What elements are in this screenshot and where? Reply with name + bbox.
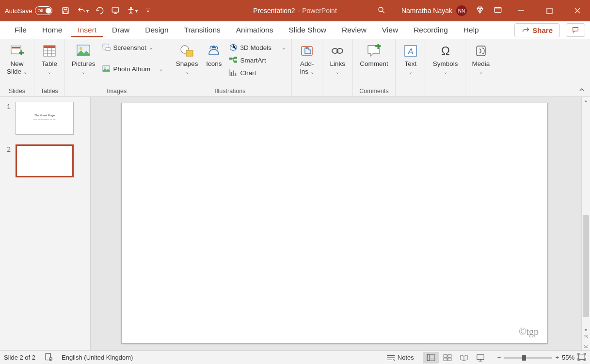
svg-rect-21	[44, 46, 55, 48]
undo-icon[interactable]: ▾	[77, 6, 89, 15]
vertical-scrollbar[interactable]: ▴ ▾	[581, 97, 590, 350]
autosave-label: AutoSave	[5, 7, 32, 15]
zoom-slider[interactable]	[504, 357, 552, 359]
scrollbar-thumb[interactable]	[583, 215, 589, 317]
zoom-level[interactable]: 55%	[562, 354, 574, 361]
slide-thumbnail-2[interactable]	[16, 144, 74, 177]
group-tables-label: Tables	[41, 87, 58, 96]
zoom-in-button[interactable]: +	[555, 354, 559, 361]
language-status[interactable]: English (United Kingdom)	[62, 354, 133, 361]
symbols-button[interactable]: Ω Symbols⌄	[430, 42, 461, 76]
links-button[interactable]: Links⌄	[326, 42, 349, 76]
media-icon	[473, 43, 489, 59]
svg-rect-33	[229, 58, 232, 60]
group-images: Pictures⌄ Screenshot ⌄ Photo Album ⌄ Ima…	[65, 39, 169, 96]
group-comments: Comment Comments	[353, 39, 396, 96]
group-text: A Text⌄	[396, 39, 426, 96]
prev-slide-icon[interactable]	[582, 333, 590, 342]
group-slides: New Slide ⌄ Slides	[0, 39, 34, 96]
tab-slideshow[interactable]: Slide Show	[282, 23, 333, 37]
comment-button[interactable]: Comment	[357, 42, 391, 69]
slide-thumbnail-1[interactable]: The Geek Page Best tips and tricks for y…	[16, 102, 74, 135]
tab-help[interactable]: Help	[457, 23, 486, 37]
text-icon: A	[402, 43, 419, 59]
3d-models-button[interactable]: 3D Models ⌄	[227, 42, 287, 53]
zoom-slider-thumb[interactable]	[522, 355, 526, 361]
main-area: 1 The Geek Page Best tips and tricks for…	[0, 97, 590, 350]
svg-rect-66	[477, 354, 484, 359]
view-buttons	[423, 352, 489, 364]
svg-point-8	[379, 7, 383, 12]
icons-button[interactable]: Icons	[203, 42, 225, 69]
text-button[interactable]: A Text⌄	[399, 42, 422, 76]
share-icon	[522, 26, 529, 34]
zoom-out-button[interactable]: −	[497, 354, 501, 361]
fit-to-window-button[interactable]	[577, 353, 586, 362]
slide-info[interactable]: Slide 2 of 2	[4, 354, 35, 361]
maximize-button[interactable]	[540, 3, 559, 18]
accessibility-icon[interactable]: ▾	[127, 6, 138, 16]
photo-album-button[interactable]: Photo Album ⌄	[100, 63, 165, 75]
shapes-icon	[179, 43, 195, 59]
tab-draw[interactable]: Draw	[105, 23, 136, 37]
tab-design[interactable]: Design	[138, 23, 175, 37]
chart-button[interactable]: Chart	[227, 67, 287, 79]
tab-view[interactable]: View	[375, 23, 405, 37]
minimize-button[interactable]	[511, 3, 531, 18]
svg-text:A: A	[407, 47, 413, 56]
scroll-down-icon[interactable]: ▾	[582, 326, 590, 333]
save-icon[interactable]	[61, 6, 70, 15]
media-button[interactable]: Media⌄	[469, 42, 493, 76]
tab-transitions[interactable]: Transitions	[177, 23, 227, 37]
tab-recording[interactable]: Recording	[407, 23, 455, 37]
table-button[interactable]: Table⌄	[38, 42, 61, 76]
slide-editor-area[interactable]: ©tgp ▴ ▾	[91, 97, 590, 350]
smartart-button[interactable]: SmartArt	[227, 54, 287, 66]
search-icon[interactable]	[377, 6, 386, 16]
slideshow-view-button[interactable]	[472, 352, 489, 364]
tab-animations[interactable]: Animations	[229, 23, 280, 37]
user-name: Namratha Nayak	[401, 7, 452, 15]
tab-insert[interactable]: Insert	[71, 23, 103, 37]
thumbnail-row[interactable]: 1 The Geek Page Best tips and tricks for…	[5, 102, 85, 135]
new-slide-button[interactable]: New Slide ⌄	[4, 42, 30, 76]
scroll-up-icon[interactable]: ▴	[582, 97, 590, 104]
user-account[interactable]: Namratha Nayak NN	[401, 5, 467, 16]
slide-canvas[interactable]: ©tgp	[121, 103, 548, 344]
symbols-icon: Ω	[437, 43, 454, 59]
accessibility-status-icon[interactable]	[44, 352, 53, 363]
tab-home[interactable]: Home	[35, 23, 69, 37]
user-avatar: NN	[456, 5, 467, 16]
shapes-button[interactable]: Shapes⌄	[173, 42, 201, 76]
diamond-icon[interactable]	[476, 6, 484, 16]
collapse-ribbon-icon[interactable]	[578, 86, 585, 95]
slide-sorter-button[interactable]	[439, 352, 456, 364]
svg-rect-17	[12, 47, 20, 48]
share-button[interactable]: Share	[514, 23, 560, 37]
reading-view-button[interactable]	[456, 352, 472, 364]
redo-icon[interactable]	[96, 6, 104, 15]
tab-review[interactable]: Review	[335, 23, 373, 37]
display-options-icon[interactable]	[493, 6, 503, 16]
slide-thumbnail-panel[interactable]: 1 The Geek Page Best tips and tricks for…	[0, 97, 91, 350]
autosave-toggle[interactable]: Off	[35, 6, 52, 15]
window-title: Presentation2 - PowerPoint	[253, 7, 337, 15]
new-slide-icon	[9, 43, 25, 59]
ribbon: New Slide ⌄ Slides Table⌄ Tables Picture…	[0, 39, 590, 97]
next-slide-icon[interactable]	[582, 342, 590, 350]
comments-pane-button[interactable]	[566, 23, 585, 37]
pictures-button[interactable]: Pictures⌄	[69, 42, 98, 76]
normal-view-button[interactable]	[423, 352, 439, 364]
svg-point-6	[130, 7, 132, 9]
doc-name: Presentation2	[253, 7, 295, 15]
addins-button[interactable]: Add- ins ⌄	[296, 42, 318, 76]
autosave-control[interactable]: AutoSave Off	[5, 6, 52, 15]
notes-button[interactable]: Notes	[386, 354, 414, 362]
thumbnail-row[interactable]: 2	[5, 144, 85, 177]
present-from-start-icon[interactable]	[111, 6, 120, 15]
tab-file[interactable]: File	[8, 23, 33, 37]
svg-rect-62	[448, 354, 451, 357]
qat-customize-icon[interactable]	[144, 7, 151, 14]
close-button[interactable]	[568, 3, 587, 18]
screenshot-button[interactable]: Screenshot ⌄	[100, 42, 165, 53]
